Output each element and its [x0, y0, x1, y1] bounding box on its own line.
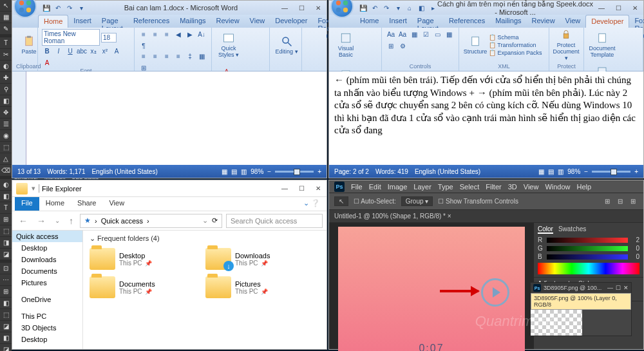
tab-view[interactable]: View	[245, 15, 270, 28]
align-button[interactable]: ⊞	[602, 196, 612, 207]
control-button[interactable]: Aa	[397, 29, 408, 39]
xml-transformation-button[interactable]: 📋 Transformation	[489, 42, 542, 48]
menu-image[interactable]: Image	[388, 183, 408, 191]
tool-btn[interactable]: ◨	[0, 237, 12, 249]
tool-btn[interactable]: ⬚	[0, 225, 12, 237]
tool-btn[interactable]: ◧	[0, 95, 12, 107]
tab-file[interactable]: File	[15, 197, 39, 211]
sidebar-item-pictures[interactable]: Pictures	[12, 277, 82, 289]
play-button-icon[interactable]	[481, 278, 509, 307]
visual-basic-button[interactable]: Visual Basic	[333, 29, 359, 61]
qat-extra-icon[interactable]: ⌂	[405, 3, 414, 12]
tab-home[interactable]: Home	[39, 197, 71, 211]
maximize-button[interactable]: ☐	[293, 183, 310, 194]
menu-layer[interactable]: Layer	[413, 183, 431, 191]
tool-btn[interactable]: △	[0, 153, 12, 165]
tool-btn[interactable]: ⋯	[0, 274, 12, 286]
align-left-button[interactable]: ≡	[138, 51, 149, 61]
protect-document-button[interactable]: Protect Document ▾	[553, 29, 579, 61]
align-center-button[interactable]: ≡	[150, 51, 160, 61]
tool-btn[interactable]: ☰	[0, 119, 12, 130]
tool-btn[interactable]: ▦	[0, 12, 12, 23]
tool-btn[interactable]: ◧	[0, 191, 12, 202]
status-lang[interactable]: English (United States)	[415, 168, 480, 175]
nav-history-button[interactable]: ⌄	[52, 217, 62, 224]
word1-document[interactable]	[26, 71, 327, 165]
folder-desktop[interactable]: DesktopThis PC📌	[90, 248, 186, 270]
control-button[interactable]: ☑	[421, 29, 431, 39]
ps-artboard[interactable]: 0:07 Quantrimang	[338, 227, 525, 351]
document-template-button[interactable]: Document Template	[588, 29, 616, 61]
nav-up-button[interactable]: ↑	[66, 216, 76, 226]
word2-titlebar[interactable]: 💾 ↶ ↷ ▾ ⌂ ◧ ▸ Cách ghi âm trên mọi nền t…	[329, 1, 643, 15]
search-input[interactable]: Search Quick access	[226, 214, 323, 228]
close-button[interactable]: ✕	[627, 2, 643, 14]
quick-styles-button[interactable]: Quick Styles ▾	[216, 29, 242, 61]
view-read-icon[interactable]: ▤	[548, 168, 554, 175]
tool-btn[interactable]: T	[0, 37, 12, 49]
word1-titlebar[interactable]: 💾 ↶ ↷ ▾ Bai can lam 1.docx - Microsoft W…	[12, 1, 327, 15]
menu-filter[interactable]: Filter	[486, 183, 501, 191]
minimize-button[interactable]: —	[607, 285, 613, 291]
tab-view[interactable]: View	[560, 15, 586, 28]
minimize-button[interactable]: —	[276, 183, 293, 194]
b-slider[interactable]	[547, 254, 628, 260]
strike-button[interactable]: abc	[77, 46, 87, 56]
nav-back-button[interactable]: ←	[16, 216, 30, 226]
numbering-button[interactable]: ≡	[150, 29, 160, 39]
sidebar-quick-access[interactable]: Quick access	[12, 231, 82, 242]
control-button[interactable]: ▦	[409, 29, 419, 39]
align-button[interactable]: ⊞	[628, 196, 638, 207]
sidebar-item-desktop2[interactable]: Desktop	[12, 334, 82, 345]
status-lang[interactable]: English (United States)	[91, 168, 157, 175]
status-words[interactable]: Words: 419	[375, 168, 408, 175]
view-web-icon[interactable]: ▥	[241, 168, 247, 175]
view-print-icon[interactable]: ▦	[538, 168, 544, 175]
tab-foxit[interactable]: Foxit Reader PDF	[629, 15, 644, 28]
menu-edit[interactable]: Edit	[369, 183, 381, 191]
tab-insert[interactable]: Insert	[68, 15, 97, 28]
menu-file[interactable]: File	[351, 183, 363, 191]
tool-btn[interactable]: ⬚	[0, 309, 12, 321]
zoom-slider[interactable]	[592, 171, 630, 173]
tool-btn[interactable]: ⌫	[0, 165, 12, 176]
qat-undo-icon[interactable]: ↶	[53, 3, 62, 12]
status-page[interactable]: 13 of 13	[17, 168, 41, 175]
status-words[interactable]: Words: 1,171	[47, 168, 85, 175]
autoselect-checkbox[interactable]: ☐ Auto-Select:	[354, 198, 396, 205]
qat-save-icon[interactable]: 💾	[42, 3, 51, 12]
indent-inc-button[interactable]: ▶	[185, 29, 195, 39]
show-transform-checkbox[interactable]: ☐ Show Transform Controls	[438, 198, 518, 205]
xml-expansion-button[interactable]: 📋 Expansion Packs	[489, 50, 542, 56]
minimize-button[interactable]: —	[276, 2, 293, 14]
zoom-in-button[interactable]: +	[317, 168, 321, 175]
tab-share[interactable]: Share	[71, 197, 102, 211]
ps-floating-window[interactable]: Ps 3D8905F.png @ 100... — ☐ ✕ 3D8905F.pn…	[530, 282, 632, 336]
xml-schema-button[interactable]: 📋 Schema	[489, 34, 542, 41]
ribbon-expand-button[interactable]: ⌄ ❔	[297, 197, 327, 211]
align-button[interactable]: ⊟	[615, 196, 625, 207]
sidebar-item-thispc[interactable]: This PC	[12, 310, 82, 322]
r-value[interactable]: 2	[630, 236, 639, 243]
italic-button[interactable]: I	[53, 46, 64, 56]
close-button[interactable]: ✕	[623, 285, 629, 291]
sidebar-item-downloads[interactable]: Downloads	[12, 254, 82, 265]
tool-btn[interactable]: ◪	[0, 321, 12, 332]
zoom-level[interactable]: 98%	[251, 168, 263, 175]
explorer-titlebar[interactable]: ▾ │ File Explorer — ☐ ✕	[12, 180, 327, 197]
tool-btn[interactable]: ◉	[0, 130, 12, 142]
tool-btn[interactable]: ⬚	[0, 142, 12, 153]
bullets-button[interactable]: ≡	[138, 29, 149, 39]
tool-btn[interactable]: ⊞	[0, 214, 12, 225]
breadcrumb[interactable]: ›	[95, 217, 97, 225]
tab-mailings[interactable]: Mailings	[175, 15, 211, 28]
folder-pictures[interactable]: PicturesThis PC📌	[205, 276, 302, 298]
maximize-button[interactable]: ☐	[293, 2, 310, 14]
tab-mailings[interactable]: Mailings	[490, 15, 526, 28]
frequent-folders-header[interactable]: ⌄ Frequent folders (4)	[90, 234, 320, 243]
tool-btn[interactable]: ◧	[0, 298, 12, 309]
tool-btn[interactable]: ◧	[0, 332, 12, 344]
sidebar-item-desktop[interactable]: Desktop	[12, 242, 82, 254]
folder-documents[interactable]: DocumentsThis PC📌	[90, 276, 186, 298]
panel-tab-swatches[interactable]: Swatches	[558, 225, 586, 234]
